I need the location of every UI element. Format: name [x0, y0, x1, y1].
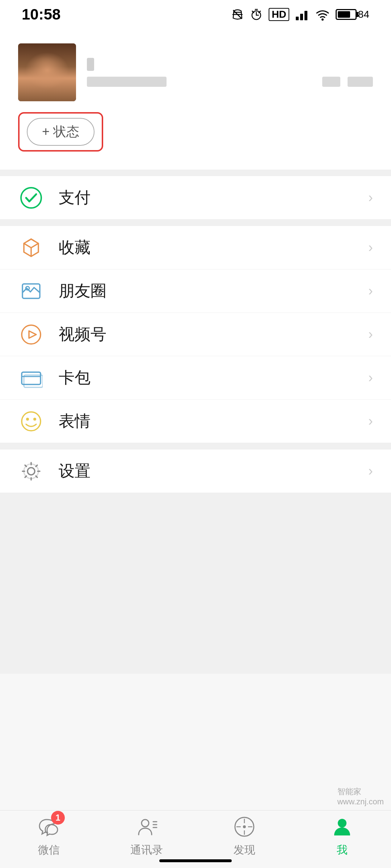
menu-section-payment: 支付 › [0, 176, 391, 220]
svg-rect-2 [296, 17, 299, 20]
menu-item-channels[interactable]: 视频号 › [0, 313, 391, 356]
profile-name-placeholder [87, 58, 94, 71]
svg-point-6 [21, 188, 41, 208]
svg-point-16 [22, 412, 41, 431]
moments-label: 朋友圈 [59, 280, 368, 302]
nav-item-discover[interactable]: 发现 [196, 814, 293, 858]
menu-section-settings: 设置 › [0, 450, 391, 493]
profile-text [87, 58, 373, 87]
watermark-line2: www.znj.com [337, 797, 384, 807]
status-button[interactable]: + 状态 [27, 118, 94, 146]
favorites-icon [18, 235, 44, 261]
nav-item-contacts[interactable]: 通讯录 [98, 814, 196, 858]
menu-item-settings[interactable]: 设置 › [0, 450, 391, 493]
svg-point-26 [243, 825, 246, 828]
watermark-line1: 智能家 [337, 786, 384, 797]
svg-point-17 [26, 418, 29, 421]
cards-icon [18, 365, 44, 391]
menu-item-moments[interactable]: 朋友圈 › [0, 269, 391, 313]
channels-icon [18, 322, 44, 348]
svg-point-18 [33, 418, 36, 421]
battery-icon: 84 [336, 9, 369, 20]
svg-point-19 [28, 468, 35, 475]
svg-point-11 [22, 325, 41, 344]
cards-arrow: › [368, 370, 373, 386]
wechat-badge: 1 [51, 811, 65, 825]
menu-item-favorites[interactable]: 收藏 › [0, 226, 391, 269]
menu-item-cards[interactable]: 卡包 › [0, 356, 391, 400]
status-button-label: + 状态 [42, 123, 79, 141]
signal-icon [295, 8, 310, 21]
section-divider-2 [0, 220, 391, 226]
discover-nav-icon [231, 814, 257, 840]
profile-id-small1 [322, 77, 340, 87]
svg-marker-12 [29, 331, 36, 338]
svg-rect-3 [300, 14, 303, 20]
svg-point-21 [142, 820, 149, 827]
profile-id-small2 [348, 77, 373, 87]
wechat-nav-label: 微信 [38, 843, 60, 858]
status-button-highlight: + 状态 [18, 112, 103, 152]
svg-point-20 [24, 464, 38, 478]
payment-arrow: › [368, 190, 373, 205]
profile-info [18, 43, 373, 101]
status-bar: 10:58 HD [0, 0, 391, 29]
channels-arrow: › [368, 327, 373, 342]
contacts-nav-label: 通讯录 [130, 843, 163, 858]
wechat-nav-icon: 1 [36, 814, 62, 840]
payment-label: 支付 [59, 187, 368, 208]
channels-label: 视频号 [59, 324, 368, 345]
svg-point-5 [321, 18, 324, 21]
status-time: 10:58 [22, 6, 60, 23]
mute-icon [231, 8, 244, 21]
stickers-icon [18, 408, 44, 434]
status-button-wrapper: + 状态 [18, 112, 373, 152]
menu-item-stickers[interactable]: 表情 › [0, 400, 391, 443]
settings-label: 设置 [59, 460, 368, 482]
nav-item-me[interactable]: 我 [293, 814, 391, 858]
status-icons: HD 84 [231, 8, 369, 21]
stickers-label: 表情 [59, 410, 368, 432]
settings-arrow: › [368, 463, 373, 479]
profile-id-bar [87, 77, 373, 87]
menu-item-payment[interactable]: 支付 › [0, 176, 391, 220]
menu-section-main: 收藏 › 朋友圈 › 视频号 › [0, 226, 391, 443]
contacts-nav-icon [134, 814, 160, 840]
favorites-label: 收藏 [59, 237, 368, 258]
moments-arrow: › [368, 283, 373, 299]
avatar[interactable] [18, 43, 76, 101]
stickers-arrow: › [368, 413, 373, 429]
hd-icon: HD [269, 8, 289, 21]
moments-icon [18, 278, 44, 304]
profile-section: + 状态 [0, 29, 391, 170]
svg-rect-4 [304, 11, 307, 20]
svg-rect-13 [22, 372, 41, 384]
svg-point-31 [338, 819, 346, 827]
profile-id-line [87, 77, 167, 87]
section-divider-1 [0, 170, 391, 176]
nav-item-wechat[interactable]: 1 微信 [0, 814, 98, 858]
payment-icon [18, 185, 44, 211]
section-divider-3 [0, 443, 391, 450]
me-nav-icon [329, 814, 355, 840]
me-nav-label: 我 [337, 843, 348, 858]
alarm-icon [250, 8, 263, 21]
cards-label: 卡包 [59, 367, 368, 388]
home-indicator [159, 859, 232, 862]
favorites-arrow: › [368, 240, 373, 255]
watermark: 智能家 www.znj.com [337, 786, 384, 807]
gray-background [0, 493, 391, 674]
wifi-icon [315, 8, 330, 21]
settings-icon [18, 458, 44, 484]
battery-level: 84 [358, 9, 369, 20]
discover-nav-label: 发现 [234, 843, 255, 858]
